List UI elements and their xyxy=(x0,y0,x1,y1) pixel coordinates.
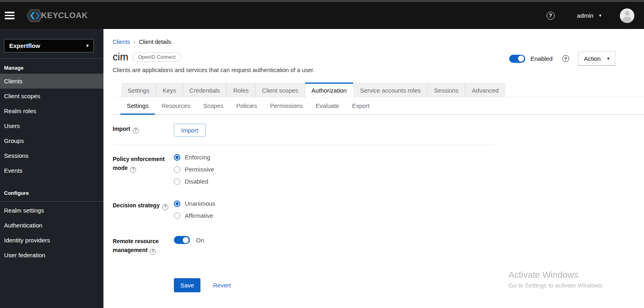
page-title: cim xyxy=(113,51,128,63)
enabled-toggle[interactable] xyxy=(509,55,525,63)
sidebar-item-clients[interactable]: Clients xyxy=(0,74,103,89)
tab-roles[interactable]: Roles xyxy=(227,83,255,97)
subtab-resources[interactable]: Resources xyxy=(155,97,197,114)
decision-strategy-label: Decision strategy? xyxy=(113,200,174,224)
page-description: Clients are applications and services th… xyxy=(113,67,644,73)
sidebar-item-realm-settings[interactable]: Realm settings xyxy=(0,203,103,218)
action-dropdown-label: Action xyxy=(584,55,601,62)
policy-enforcement-mode-label: Policy enforcement mode? xyxy=(113,154,174,190)
action-dropdown[interactable]: Action ▾ xyxy=(578,52,615,66)
toggle-state-label: On xyxy=(196,237,204,244)
keycloak-logo-text: KEYCLOAK xyxy=(41,11,88,20)
subtab-scopes[interactable]: Scopes xyxy=(197,97,230,114)
sidebar-item-authentication[interactable]: Authentication xyxy=(0,218,103,233)
protocol-badge: OpenID Connect xyxy=(132,52,181,62)
authorization-settings-form: Import? Import Policy enforcement mode? … xyxy=(113,124,644,292)
remote-resource-management-label: Remote resource management? xyxy=(113,236,174,255)
breadcrumb: Clients › Client details xyxy=(113,39,644,45)
tab-keys[interactable]: Keys xyxy=(156,83,183,97)
help-icon[interactable]: ? xyxy=(547,12,555,20)
radio-enforcing[interactable]: Enforcing xyxy=(174,154,644,161)
activate-windows-watermark: Activate Windows Go to Settings to activ… xyxy=(508,270,604,289)
tab-sessions[interactable]: Sessions xyxy=(427,83,465,97)
radio-affirmative[interactable]: Affirmative xyxy=(174,212,644,219)
tab-client-scopes[interactable]: Client scopes xyxy=(256,83,305,97)
breadcrumb-current: Client details xyxy=(139,39,171,45)
chevron-down-icon: ▾ xyxy=(599,13,601,18)
radio-icon xyxy=(174,213,180,219)
revert-link[interactable]: Revert xyxy=(213,282,231,289)
radio-icon xyxy=(174,178,180,185)
tab-bar: Settings Keys Credentials Roles Client s… xyxy=(113,83,644,97)
subtab-bar: Settings Resources Scopes Policies Permi… xyxy=(113,97,644,115)
subtab-policies[interactable]: Policies xyxy=(230,97,264,114)
form-divider xyxy=(113,145,494,145)
sidebar-section-manage: Manage xyxy=(0,59,103,74)
subtab-export[interactable]: Export xyxy=(346,97,376,114)
radio-icon xyxy=(174,166,180,173)
sidebar-item-groups[interactable]: Groups xyxy=(0,133,103,148)
realm-selector[interactable]: Expertflow ▾ xyxy=(4,39,94,52)
subtab-evaluate[interactable]: Evaluate xyxy=(309,97,345,114)
sidebar-item-identity-providers[interactable]: Identity providers xyxy=(0,233,103,248)
breadcrumb-clients-link[interactable]: Clients xyxy=(113,39,130,45)
sidebar-item-client-scopes[interactable]: Client scopes xyxy=(0,89,103,103)
radio-disabled[interactable]: Disabled xyxy=(174,178,644,185)
enabled-label: Enabled xyxy=(530,55,553,62)
help-icon[interactable]: ? xyxy=(162,204,168,210)
import-button[interactable]: Import xyxy=(174,124,206,137)
remote-resource-management-toggle[interactable] xyxy=(174,236,190,244)
help-icon[interactable]: ? xyxy=(562,55,569,62)
radio-unanimous[interactable]: Unanimous xyxy=(174,200,644,207)
sidebar-item-realm-roles[interactable]: Realm roles xyxy=(0,103,103,118)
watermark-title: Activate Windows xyxy=(508,270,604,280)
sidebar-divider xyxy=(0,201,103,202)
hamburger-menu-icon[interactable] xyxy=(5,12,14,19)
tab-advanced[interactable]: Advanced xyxy=(465,83,505,97)
help-icon[interactable]: ? xyxy=(130,167,136,173)
tab-authorization[interactable]: Authorization xyxy=(305,83,354,97)
sidebar: Expertflow ▾ Manage Clients Client scope… xyxy=(0,29,103,308)
avatar[interactable] xyxy=(620,8,634,23)
radio-icon xyxy=(174,201,180,207)
chevron-right-icon: › xyxy=(134,39,135,45)
username: admin xyxy=(577,12,594,19)
help-icon[interactable]: ? xyxy=(133,128,139,134)
masthead: KEYCLOAK ? admin ▾ xyxy=(0,2,644,29)
sidebar-section-configure: Configure xyxy=(0,178,103,199)
sidebar-item-users[interactable]: Users xyxy=(0,118,103,133)
sidebar-item-sessions[interactable]: Sessions xyxy=(0,148,103,163)
save-button[interactable]: Save xyxy=(174,278,200,292)
chevron-down-icon: ▾ xyxy=(607,56,609,61)
help-icon[interactable]: ? xyxy=(150,249,156,255)
realm-selector-value: Expertflow xyxy=(9,42,40,49)
keycloak-logo: KEYCLOAK xyxy=(26,8,88,23)
tab-settings[interactable]: Settings xyxy=(121,83,156,97)
sidebar-item-events[interactable]: Events xyxy=(0,163,103,178)
subtab-settings[interactable]: Settings xyxy=(120,97,155,115)
sidebar-item-user-federation[interactable]: User federation xyxy=(0,248,103,263)
radio-permissive[interactable]: Permissive xyxy=(174,166,644,173)
import-label: Import? xyxy=(113,124,174,137)
watermark-subtitle: Go to Settings to activate Windows. xyxy=(508,282,604,289)
user-menu[interactable]: admin ▾ xyxy=(577,12,601,19)
subtab-permissions[interactable]: Permissions xyxy=(264,97,310,114)
main-content: Clients › Client details cim OpenID Conn… xyxy=(103,29,644,308)
radio-icon xyxy=(174,154,180,161)
tab-credentials[interactable]: Credentials xyxy=(183,83,227,97)
tab-service-accounts-roles[interactable]: Service accounts roles xyxy=(353,83,427,97)
chevron-down-icon: ▾ xyxy=(86,43,89,48)
